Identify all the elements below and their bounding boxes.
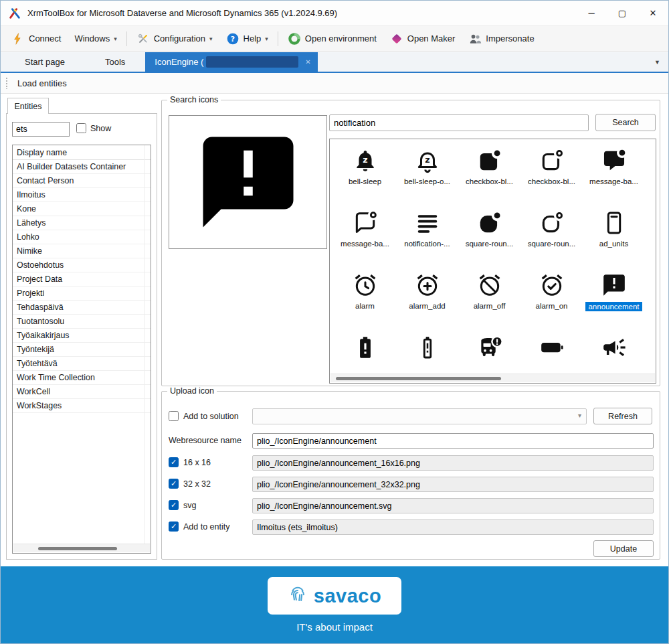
entity-row[interactable]: AI Builder Datasets Container [13,160,151,174]
tab-iconengine[interactable]: IconEngine ( ✕ [145,52,317,72]
icon-grid-hscrollbar[interactable] [330,374,655,382]
toolbar-button[interactable]: Configuration [130,29,219,49]
toolbar-button[interactable]: Connect [5,29,68,49]
icon-result[interactable]: square-roun... [520,210,583,260]
upload-path-input[interactable] [252,477,654,492]
result-icon [601,210,627,236]
icon-result[interactable]: checkbox-bl... [458,147,520,198]
toolbar-button[interactable]: Open environment [281,29,383,49]
entity-row[interactable]: Ilmoitus [13,188,151,202]
entity-row[interactable]: Projekti [13,287,151,301]
result-label: alarm_on [536,302,568,310]
entity-row[interactable]: Tehdaspäivä [13,301,151,315]
entity-row[interactable]: WorkCell [13,385,151,399]
toolbar-separator [126,31,127,46]
icon-search-input[interactable] [329,114,589,131]
entity-row[interactable]: Contact Person [13,174,151,188]
entity-row[interactable]: Työtehtävä [13,357,151,371]
upload-option-row: 16 x 16 [162,454,660,475]
add-to-solution-label: Add to solution [183,412,239,421]
entity-row[interactable]: Lohko [13,230,151,244]
webresource-name-input[interactable] [252,433,654,449]
entity-row[interactable]: WorkStages [13,399,151,413]
entity-row[interactable]: Project Data [13,272,151,287]
tab-overflow-button[interactable]: ▼ [646,59,668,66]
webresource-name-label: Webresource name [169,436,242,445]
upload-option[interactable]: Add to entity [169,521,230,532]
upload-option-checkbox[interactable] [169,457,179,467]
minimize-button[interactable]: ─ [576,1,607,25]
toolbar-button-label: Windows [74,33,110,44]
icon-result[interactable]: alarm_on [520,272,583,323]
icon-result[interactable]: alarm_off [458,272,520,323]
upload-path-input[interactable] [252,498,654,513]
result-icon [415,334,440,361]
close-button[interactable]: ✕ [638,1,668,25]
entity-row[interactable]: Tuotantosolu [13,315,151,329]
update-button[interactable]: Update [593,540,654,557]
entity-row[interactable]: Nimike [13,244,151,258]
toolbar-separator [278,31,278,46]
solution-dropdown[interactable] [252,408,587,424]
icon-result[interactable]: checkbox-bl... [520,147,583,198]
upload-path-input[interactable] [252,455,654,471]
result-icon [477,147,502,174]
toolbar-button[interactable]: Windows [68,29,123,49]
show-checkbox-row[interactable]: Show [76,123,111,133]
upload-option[interactable]: svg [169,500,196,510]
icon-result[interactable]: message-ba... [334,210,396,260]
tab-tools[interactable]: Tools [85,52,145,72]
icon-result[interactable]: alarm_add [396,272,458,323]
icon-result[interactable]: bell-sleep-o... [396,147,458,198]
entity-row[interactable]: Work Time Collection [13,371,151,385]
result-icon [539,272,565,299]
entity-list-hscrollbar[interactable] [13,544,150,552]
icon-result[interactable]: square-roun... [458,210,520,260]
scrollbar-thumb[interactable] [38,547,117,550]
upload-option-checkbox[interactable] [169,500,179,510]
load-entities-button[interactable]: Load entities [13,76,71,91]
upload-option[interactable]: 32 x 32 [169,479,211,489]
icon-result[interactable]: announcement [583,272,645,323]
tab-label: Start page [25,57,65,67]
toolbar-button[interactable]: Impersonate [462,29,541,49]
toolbar-group-config: Configuration Help [130,26,275,51]
result-icon [539,147,565,174]
icon-result[interactable]: bell-sleep [334,147,396,198]
toolbar-button-label: Impersonate [486,33,534,44]
search-button[interactable]: Search [595,114,656,131]
upload-option[interactable]: 16 x 16 [169,457,211,467]
result-label: bell-sleep-o... [404,177,450,185]
scrollbar-thumb[interactable] [336,377,501,380]
icon-result[interactable]: ad_units [583,210,645,260]
toolbar-button-icon [390,32,403,46]
result-icon [477,210,502,236]
toolbar-button[interactable]: Help [219,29,275,49]
entity-filter-input[interactable] [12,122,70,137]
main-content: Entities Show Display name AI Builder Da… [1,94,668,566]
add-to-solution-option[interactable]: Add to solution [169,411,239,421]
entity-row[interactable]: Lähetys [13,216,151,230]
add-to-solution-checkbox[interactable] [169,411,179,421]
upload-path-input[interactable] [252,519,654,535]
icon-result[interactable]: message-ba... [583,147,645,198]
tab-start-page[interactable]: Start page [5,52,85,72]
entity-row[interactable]: Työaikakirjaus [13,329,151,343]
entity-list-header[interactable]: Display name [13,145,151,160]
result-icon [353,272,378,299]
upload-option-checkbox[interactable] [169,479,179,489]
entity-row[interactable]: Kone [13,202,151,216]
upload-option-checkbox[interactable] [169,521,179,532]
tab-close-icon[interactable]: ✕ [305,58,310,66]
refresh-button[interactable]: Refresh [593,408,652,424]
toolbar-button[interactable]: Open Maker [383,29,462,49]
result-label: alarm [355,302,375,310]
entity-row[interactable]: Työntekijä [13,343,151,357]
icon-preview-box [169,115,327,249]
icon-result[interactable]: alarm [334,272,396,323]
tab-entities[interactable]: Entities [7,98,49,114]
icon-result[interactable]: notification-... [396,210,458,260]
maximize-button[interactable]: ▢ [607,1,638,25]
show-checkbox[interactable] [76,123,86,133]
entity-row[interactable]: Ostoehdotus [13,258,151,272]
